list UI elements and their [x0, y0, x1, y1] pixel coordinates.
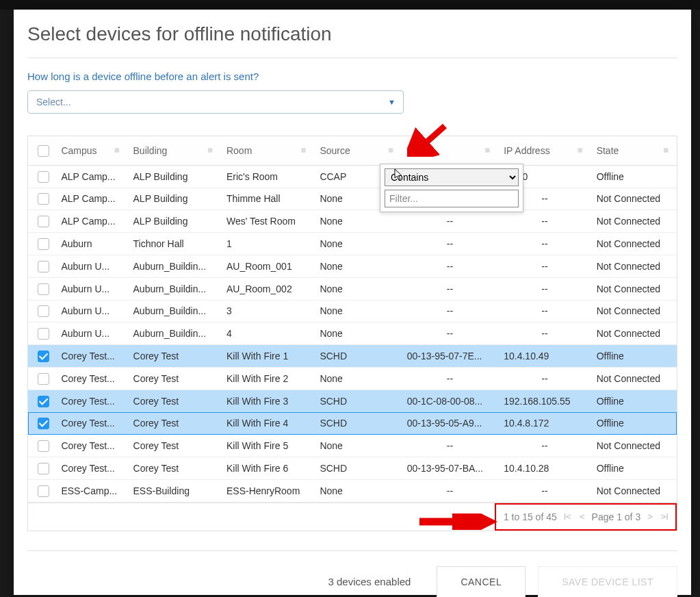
offline-duration-select[interactable]: Select... ▼ [27, 90, 404, 114]
cell-state: Not Connected [591, 255, 677, 277]
cell-mac: -- [402, 277, 498, 300]
row-checkbox[interactable] [38, 463, 49, 474]
row-checkbox-cell[interactable] [28, 188, 55, 210]
row-checkbox[interactable] [38, 396, 49, 407]
pager-next-icon[interactable]: > [646, 511, 654, 522]
column-menu-icon[interactable]: ≡ [578, 145, 583, 155]
row-checkbox[interactable] [38, 373, 49, 385]
row-checkbox[interactable] [38, 238, 49, 250]
table-row[interactable]: Auburn U...Auburn_Buildin...AU_Room_001N… [28, 255, 677, 277]
cell-source: SCHD [314, 345, 401, 368]
cell-campus: ALP Camp... [55, 188, 127, 210]
row-checkbox-cell[interactable] [28, 367, 55, 390]
table-row[interactable]: Corey Test...Corey TestKill With Fire 2N… [28, 367, 677, 390]
row-checkbox[interactable] [38, 305, 49, 317]
row-checkbox-cell[interactable] [28, 412, 55, 435]
cell-building: Tichnor Hall [128, 233, 221, 255]
pager-first-icon[interactable]: I< [562, 511, 573, 522]
select-button[interactable]: Select... [27, 90, 404, 114]
cell-source: None [314, 479, 401, 502]
row-checkbox-cell[interactable] [28, 277, 55, 300]
pager: 1 to 15 of 45 I< < Page 1 of 3 > >I [495, 503, 677, 531]
row-checkbox[interactable] [38, 418, 49, 429]
row-checkbox[interactable] [38, 440, 49, 452]
pager-last-icon[interactable]: >I [660, 511, 670, 522]
header-mac[interactable]: MAC≡ [402, 136, 498, 165]
row-checkbox-cell[interactable] [28, 322, 55, 345]
filter-mode-select[interactable]: Contains [385, 168, 519, 186]
column-menu-icon[interactable]: ≡ [301, 145, 307, 155]
save-device-list-button[interactable]: SAVE DEVICE LIST [538, 566, 677, 597]
cell-room: 4 [221, 322, 314, 345]
filter-input[interactable] [385, 190, 519, 207]
table-row[interactable]: Auburn U...Auburn_Buildin...4None----Not… [28, 322, 677, 345]
table-row[interactable]: AuburnTichnor Hall1None----Not Connected [28, 233, 677, 255]
row-checkbox-cell[interactable] [28, 345, 55, 368]
table-row[interactable]: ALP Camp...ALP BuildingEric's RoomCCAP0.… [28, 165, 677, 188]
pager-prev-icon[interactable]: < [578, 511, 586, 522]
column-menu-icon[interactable]: ≡ [388, 145, 393, 155]
cell-campus: Corey Test... [55, 412, 127, 435]
row-checkbox-cell[interactable] [28, 479, 55, 502]
row-checkbox[interactable] [38, 351, 49, 362]
row-checkbox-cell[interactable] [28, 165, 55, 188]
cell-ip: 10.4.10.49 [498, 345, 591, 368]
cell-room: Kill With Fire 2 [221, 367, 314, 390]
action-bar: 3 devices enabled CANCEL SAVE DEVICE LIS… [27, 550, 677, 597]
header-checkbox-cell[interactable] [28, 136, 55, 165]
cell-campus: ALP Camp... [55, 165, 127, 188]
cell-room: 3 [221, 300, 314, 322]
table-row[interactable]: Corey Test...Corey TestKill With Fire 1S… [28, 345, 677, 368]
cell-ip: -- [498, 479, 591, 502]
header-state[interactable]: State≡ [591, 136, 677, 165]
cancel-button[interactable]: CANCEL [437, 566, 526, 597]
cell-state: Not Connected [591, 479, 677, 502]
cell-state: Offline [591, 345, 677, 368]
column-filter-popup[interactable]: Contains [380, 164, 523, 212]
cell-ip: -- [498, 300, 591, 322]
table-row[interactable]: Auburn U...Auburn_Buildin...AU_Room_002N… [28, 277, 677, 300]
cell-campus: ALP Camp... [55, 210, 127, 233]
header-building[interactable]: Building≡ [128, 136, 221, 165]
cell-building: Auburn_Buildin... [128, 322, 221, 345]
cell-ip: -- [498, 322, 591, 345]
table-row[interactable]: ALP Camp...ALP BuildingWes' Test RoomNon… [28, 210, 677, 233]
row-checkbox-cell[interactable] [28, 300, 55, 322]
row-checkbox-cell[interactable] [28, 457, 55, 480]
header-ip[interactable]: IP Address≡ [498, 136, 591, 165]
cell-building: ALP Building [128, 188, 221, 210]
table-row[interactable]: Corey Test...Corey TestKill With Fire 3S… [28, 390, 677, 412]
table-row[interactable]: Auburn U...Auburn_Buildin...3None----Not… [28, 300, 677, 322]
table-header-row: Campus≡ Building≡ Room≡ Source≡ MAC≡ IP … [28, 136, 677, 165]
row-checkbox[interactable] [38, 485, 49, 497]
select-all-checkbox[interactable] [38, 145, 49, 157]
row-checkbox[interactable] [38, 171, 49, 183]
column-menu-icon[interactable]: ≡ [207, 145, 213, 155]
modal-dialog: Select devices for offline notification … [14, 10, 691, 595]
header-campus[interactable]: Campus≡ [55, 136, 127, 165]
table-row[interactable]: Corey Test...Corey TestKill With Fire 5N… [28, 435, 677, 457]
row-checkbox-cell[interactable] [28, 390, 55, 412]
header-source[interactable]: Source≡ [314, 136, 401, 165]
table-row[interactable]: Corey Test...Corey TestKill With Fire 6S… [28, 457, 677, 480]
row-checkbox[interactable] [38, 261, 49, 272]
column-menu-icon[interactable]: ≡ [485, 145, 491, 155]
row-checkbox[interactable] [38, 283, 49, 295]
table-row[interactable]: Corey Test...Corey TestKill With Fire 4S… [28, 412, 677, 435]
row-checkbox-cell[interactable] [28, 233, 55, 255]
row-checkbox-cell[interactable] [28, 210, 55, 233]
table-row[interactable]: ESS-Camp...ESS-BuildingESS-HenryRoomNone… [28, 479, 677, 502]
column-menu-icon[interactable]: ≡ [663, 145, 669, 155]
cell-building: Auburn_Buildin... [128, 277, 221, 300]
row-checkbox-cell[interactable] [28, 435, 55, 457]
table-pager-wrap: 1 to 15 of 45 I< < Page 1 of 3 > >I [27, 503, 677, 531]
row-checkbox[interactable] [38, 328, 49, 340]
table-row[interactable]: ALP Camp...ALP BuildingThimme HallNone--… [28, 188, 677, 210]
header-room[interactable]: Room≡ [221, 136, 314, 165]
row-checkbox[interactable] [38, 216, 49, 227]
cell-building: ESS-Building [128, 479, 221, 502]
row-checkbox[interactable] [38, 193, 49, 205]
column-menu-icon[interactable]: ≡ [114, 145, 120, 155]
modal-title: Select devices for offline notification [27, 23, 677, 45]
row-checkbox-cell[interactable] [28, 255, 55, 277]
